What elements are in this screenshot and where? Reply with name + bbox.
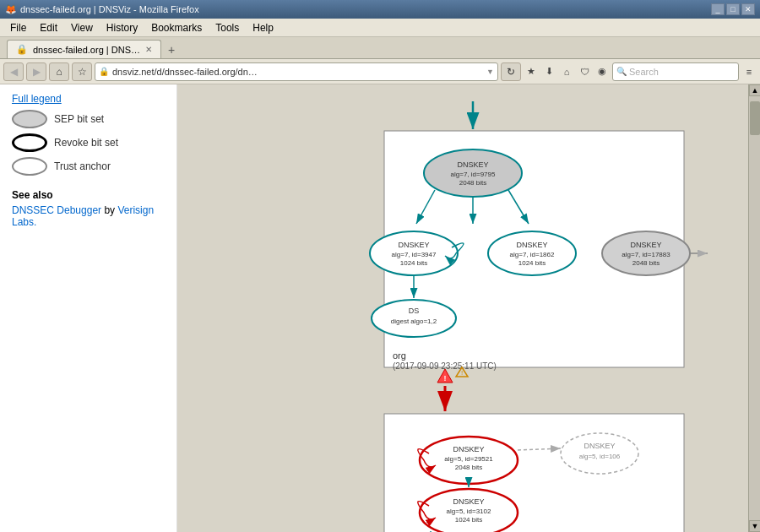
see-also-by: by [104,204,117,216]
svg-text:!: ! [444,374,447,383]
close-btn[interactable]: ✕ [741,3,755,15]
legend-trust: Trust anchor [12,157,165,176]
menu-bar: File Edit View History Bookmarks Tools H… [0,19,760,37]
menu-history[interactable]: History [100,20,144,35]
window-title: dnssec-failed.org | DNSViz - Mozilla Fir… [20,4,199,14]
menu-bookmarks[interactable]: Bookmarks [144,20,209,35]
dnssec-debugger-link[interactable]: DNSSEC Debugger [12,204,101,216]
scrollbar[interactable]: ▲ ▼ [748,84,760,532]
tab-title: dnssec-failed.org | DNS… [33,45,140,55]
see-also-title: See also [12,189,165,201]
search-bar[interactable]: 🔍 Search [612,62,739,81]
forward-btn[interactable]: ▶ [26,62,46,81]
sep-label: SEP bit set [54,113,104,125]
download-icon[interactable]: ⬇ [541,64,556,79]
svg-text:2048 bits: 2048 bits [459,179,486,187]
menu-edit[interactable]: Edit [33,20,64,35]
tab-favicon: 🔒 [16,44,28,55]
scroll-down-btn[interactable]: ▼ [749,520,760,532]
svg-text:DS: DS [409,307,420,315]
svg-text:DNSKEY: DNSKEY [630,241,661,249]
svg-text:alg=5, id=29521: alg=5, id=29521 [444,455,493,463]
main-area: Full legend SEP bit set Revoke bit set T… [0,84,760,532]
trust-shape [12,157,47,176]
url-dropdown-icon[interactable]: ▼ [486,68,494,76]
svg-text:DNSKEY: DNSKEY [398,241,429,249]
svg-text:DNSKEY: DNSKEY [457,160,488,169]
bookmark-icon[interactable]: ★ [524,64,539,79]
menu-help[interactable]: Help [246,20,280,35]
svg-text:alg=7, id=9795: alg=7, id=9795 [451,171,496,178]
active-tab[interactable]: 🔒 dnssec-failed.org | DNS… ✕ [7,40,161,58]
window-controls[interactable]: _ □ ✕ [711,3,755,15]
scroll-up-btn[interactable]: ▲ [749,84,760,96]
svg-text:alg=5, id=3102: alg=5, id=3102 [447,508,491,515]
search-icon: 🔍 [616,67,627,76]
menu-view[interactable]: View [64,20,100,35]
svg-text:alg=7, id=1862: alg=7, id=1862 [510,251,555,258]
scroll-thumb[interactable] [750,101,760,135]
full-legend-link[interactable]: Full legend [12,93,62,105]
svg-text:alg=7, id=3947: alg=7, id=3947 [392,251,437,258]
svg-text:DNSKEY: DNSKEY [516,241,547,249]
svg-text:1024 bits: 1024 bits [518,259,546,267]
svg-text:!: ! [461,369,463,377]
svg-text:2048 bits: 2048 bits [632,259,660,267]
tab-bar: 🔒 dnssec-failed.org | DNS… ✕ + [0,37,760,59]
bookmark-star[interactable]: ☆ [72,62,92,81]
rss-icon[interactable]: ◉ [594,64,610,79]
home-icon2[interactable]: ⌂ [559,64,574,79]
dns-diagram: org (2017-09-09 23:25:11 UTC) DNSKEY alg… [186,93,726,532]
maximize-btn[interactable]: □ [726,3,740,15]
back-btn[interactable]: ◀ [3,62,24,81]
revoke-label: Revoke bit set [54,137,118,149]
sep-shape [12,110,47,128]
svg-text:digest algo=1,2: digest algo=1,2 [391,318,437,325]
refresh-btn[interactable]: ↻ [501,62,521,81]
svg-text:alg=7, id=17883: alg=7, id=17883 [622,251,670,258]
home-btn[interactable]: ⌂ [49,62,69,81]
diagram-area: org (2017-09-09 23:25:11 UTC) DNSKEY alg… [177,84,748,532]
diagram-svg: org (2017-09-09 23:25:11 UTC) DNSKEY alg… [186,93,726,532]
org-zone-label: org [393,350,406,361]
svg-text:2048 bits: 2048 bits [455,464,482,471]
legend-revoke: Revoke bit set [12,133,165,152]
trust-label: Trust anchor [54,160,111,172]
nav-bar: ◀ ▶ ⌂ ☆ 🔒 dnsviz.net/d/dnssec-failed.org… [0,59,760,84]
lock-icon: 🔒 [99,67,109,76]
shield-icon[interactable]: 🛡 [577,64,592,79]
url-bar[interactable]: 🔒 dnsviz.net/d/dnssec-failed.org/dn… ▼ [95,62,498,81]
sidebar: Full legend SEP bit set Revoke bit set T… [0,84,177,532]
title-bar: 🦊 dnssec-failed.org | DNSViz - Mozilla F… [0,0,760,19]
svg-text:1024 bits: 1024 bits [400,259,427,267]
svg-text:DNSKEY: DNSKEY [453,497,484,506]
revoke-shape [12,133,47,152]
firefox-icon: 🦊 [5,4,17,15]
see-also-links: DNSSEC Debugger by Verisign Labs. [12,204,165,228]
url-text: dnsviz.net/d/dnssec-failed.org/dn… [112,67,486,77]
new-tab-btn[interactable]: + [161,41,182,58]
menu-file[interactable]: File [3,20,33,35]
svg-text:DNSKEY: DNSKEY [453,445,484,453]
svg-text:1024 bits: 1024 bits [455,516,482,524]
legend-sep: SEP bit set [12,110,165,128]
see-also: See also DNSSEC Debugger by Verisign Lab… [12,189,165,228]
search-placeholder: Search [629,67,659,77]
svg-text:DNSKEY: DNSKEY [584,442,615,450]
minimize-btn[interactable]: _ [711,3,725,15]
svg-text:alg=5, id=106: alg=5, id=106 [579,453,621,460]
menu-btn[interactable]: ≡ [741,64,757,79]
tab-close-btn[interactable]: ✕ [145,45,152,54]
menu-tools[interactable]: Tools [209,20,246,35]
